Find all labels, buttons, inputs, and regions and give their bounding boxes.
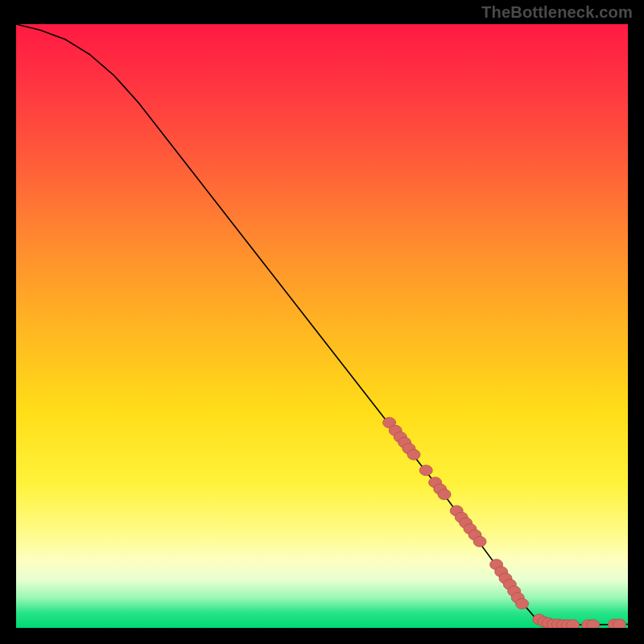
curve-marker [613,619,625,628]
marker-group [383,418,626,629]
curve-marker [407,449,420,460]
curve-marker [419,465,432,476]
chart-area [16,24,628,628]
chart-overlay [16,24,628,628]
curve-marker [473,536,486,547]
curve-marker [516,599,529,609]
curve-marker [438,489,451,500]
curve-marker [567,620,580,628]
attribution-text: TheBottleneck.com [481,3,633,22]
bottleneck-curve [16,24,628,625]
curve-marker [587,620,600,628]
